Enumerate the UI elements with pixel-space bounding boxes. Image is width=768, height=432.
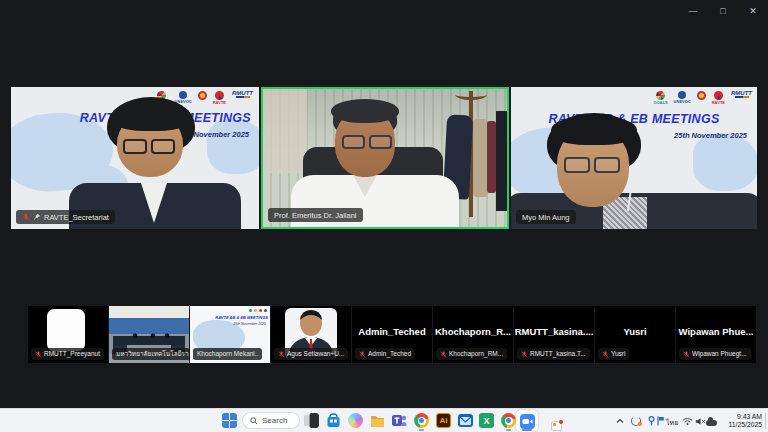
lens xyxy=(369,135,392,149)
mic-muted-icon xyxy=(602,351,609,358)
badge-pixel xyxy=(553,423,556,426)
slide-logos xyxy=(249,309,267,312)
thumb-tile-rmutt-kasina[interactable]: RMUTT_kasina.... RMUTT_kasina.T... xyxy=(514,306,594,363)
participant-name: RAVTE_Secretariat xyxy=(44,213,109,222)
slide-title: RAVTE AB & EB MEETINGS xyxy=(215,315,268,320)
search-icon xyxy=(250,417,258,425)
thumb-tile-meeting-room[interactable]: มหาวิทยาลัยเทคโนโลยีรา... xyxy=(109,306,189,363)
participant-display-name: Khochaporn_R... xyxy=(433,326,513,337)
thumb-tile-rmutt-preeyanut[interactable]: RMUTT_Preeyanut xyxy=(28,306,108,363)
thumb-tile-agus-setiawan[interactable]: Agus Setiawan+U... xyxy=(271,306,351,363)
active-indicator xyxy=(522,429,532,431)
task-view-icon[interactable] xyxy=(304,413,319,428)
tray-sync-icon[interactable] xyxy=(631,416,641,426)
thumb-tile-khochaporn-slide[interactable]: RAVTE AB & EB MEETINGS 25th November 202… xyxy=(190,306,270,363)
lens xyxy=(564,157,590,173)
excel-glyph: X xyxy=(483,416,489,426)
video-tile-ravte-secretariat[interactable]: GOALS UNEVOC RAVTE RMUTT RAVTE AB & EB M… xyxy=(11,87,259,229)
clock[interactable]: 9:43 AM 11/25/2025 xyxy=(714,413,762,429)
volume-muted-icon[interactable] xyxy=(695,417,706,426)
hanging-jacket-dark xyxy=(496,111,509,211)
glasses xyxy=(564,157,620,173)
window-controls: — □ ✕ xyxy=(678,0,768,24)
minimize-button[interactable]: — xyxy=(678,0,708,22)
asean-icon xyxy=(697,91,706,100)
search-placeholder: Search xyxy=(262,416,287,425)
rmutt-logo: RMUTT xyxy=(731,91,752,98)
participant-name: Myo Min Aung xyxy=(522,213,570,222)
banner-date: 25th November 2025 xyxy=(674,131,747,140)
asean-logo xyxy=(198,91,207,100)
glasses xyxy=(123,139,175,154)
maximize-button[interactable]: □ xyxy=(708,0,738,22)
participant-name: Prof. Emeritus Dr. Jailani xyxy=(274,211,357,220)
sdg-wheel-icon xyxy=(656,91,665,100)
language-indicator[interactable]: ไทย xyxy=(666,417,678,428)
mic-muted-icon xyxy=(35,351,42,358)
pin-icon xyxy=(33,213,41,221)
unevoc-icon xyxy=(179,91,187,99)
rmutt-label: RMUTT xyxy=(232,91,253,95)
thumb-tile-wipawan[interactable]: Wipawan Phue... Wipawan Phuegt... xyxy=(676,306,756,363)
excel-icon[interactable]: X xyxy=(479,413,494,428)
rmutt-label: RMUTT xyxy=(731,91,752,95)
worldmap-shape xyxy=(207,119,259,174)
taskbar: Search Ai xyxy=(0,408,768,432)
tray-flag-icon[interactable] xyxy=(657,416,664,426)
lens xyxy=(151,139,175,154)
video-tile-prof-jailani[interactable]: Prof. Emeritus Dr. Jailani xyxy=(261,87,509,229)
participant-display-name: Admin_Teched xyxy=(352,326,432,337)
sync-alert-badge xyxy=(638,422,642,426)
mic-muted-icon xyxy=(359,351,366,358)
close-button[interactable]: ✕ xyxy=(738,0,768,22)
running-indicator xyxy=(419,429,424,431)
wifi-icon[interactable] xyxy=(682,417,693,426)
sdg-goals-label: GOALS xyxy=(653,101,667,105)
participant-name-label: Khochaporn_RM... xyxy=(436,348,507,360)
thumb-tile-yusri[interactable]: Yusri Yusri xyxy=(595,306,675,363)
chrome-icon[interactable] xyxy=(501,413,516,428)
participant-name: Agus Setiawan+U... xyxy=(287,350,344,358)
chrome-core xyxy=(506,418,511,423)
participant-name: Khochaporn_RM... xyxy=(449,350,503,358)
participant-name-label: Admin_Teched xyxy=(355,348,415,360)
logo-dot xyxy=(254,309,257,312)
tray-chevron-icon[interactable] xyxy=(616,418,624,424)
participant-name: Yusri xyxy=(611,350,625,358)
chrome-core xyxy=(419,418,424,423)
rmutt-bar-icon xyxy=(236,96,250,98)
video-tile-myo-min-aung[interactable]: GOALS UNEVOC RAVTE RMUTT RAVTE AB & EB M… xyxy=(511,87,757,229)
mic-muted-icon xyxy=(440,351,447,358)
chrome-icon[interactable] xyxy=(414,413,429,428)
participant-name: RMUTT_kasina.T... xyxy=(530,350,586,358)
outlook-icon[interactable] xyxy=(458,413,473,428)
logo-dot xyxy=(264,309,267,312)
notification-app-icon[interactable] xyxy=(551,421,562,431)
wall-patch xyxy=(263,89,307,173)
asean-logo xyxy=(697,91,706,100)
participant-name-label: มหาวิทยาลัยเทคโนโลยีรา... xyxy=(112,348,189,360)
search-input[interactable]: Search xyxy=(242,412,300,429)
unevoc-logo: UNEVOC xyxy=(674,91,691,104)
thumb-tile-khochaporn-rm[interactable]: Khochaporn_R... Khochaporn_RM... xyxy=(433,306,513,363)
thumb-tile-admin-teched[interactable]: Admin_Teched Admin_Teched xyxy=(352,306,432,363)
rack-hooks xyxy=(455,89,487,100)
notification-badge xyxy=(559,420,563,424)
participant-name: Admin_Teched xyxy=(368,350,411,358)
tray-pen-icon[interactable] xyxy=(648,416,655,426)
copilot-icon[interactable] xyxy=(348,413,363,428)
illustrator-icon[interactable]: Ai xyxy=(436,413,451,428)
unevoc-label: UNEVOC xyxy=(674,100,691,104)
teams-icon[interactable] xyxy=(392,413,407,428)
mic-muted-icon xyxy=(521,351,528,358)
start-button[interactable] xyxy=(222,413,237,428)
file-explorer-icon[interactable] xyxy=(370,413,385,428)
show-desktop-button[interactable] xyxy=(765,413,766,429)
hanging-coat xyxy=(473,119,488,197)
participant-name-label: Yusri xyxy=(598,348,629,360)
participant-hair-top xyxy=(551,115,637,145)
participant-name-label: Prof. Emeritus Dr. Jailani xyxy=(268,208,363,222)
participant-hair-top xyxy=(111,101,191,131)
participant-name: Wipawan Phuegt... xyxy=(692,350,747,358)
microsoft-store-icon[interactable] xyxy=(326,413,341,428)
